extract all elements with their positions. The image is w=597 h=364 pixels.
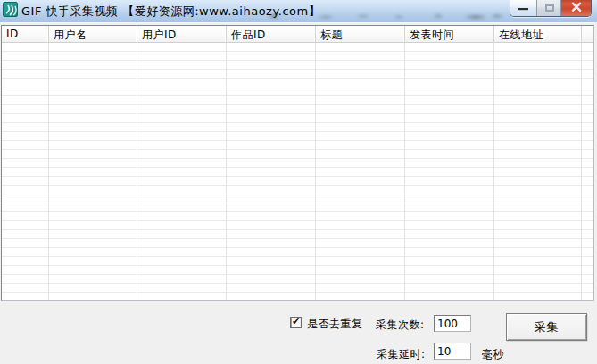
collect-button[interactable]: 采集	[506, 313, 587, 341]
column-header-7[interactable]: 在线地址	[494, 26, 582, 42]
checkbox-icon[interactable]: ✔	[290, 317, 302, 328]
collect-count-label: 采集次数:	[376, 318, 425, 333]
window-title: GIF 快手采集视频 【爱好资源网:www.aihaozy.com】	[21, 4, 320, 20]
grid-column-separator	[137, 43, 137, 300]
grid-column-separator	[48, 43, 49, 300]
maximize-button[interactable]	[536, 0, 561, 16]
column-header-1[interactable]: ID	[2, 26, 49, 42]
dedupe-checkbox[interactable]: ✔ 是否去重复	[290, 316, 363, 332]
close-button[interactable]	[561, 0, 591, 16]
column-header-4[interactable]: 作品ID	[227, 26, 316, 42]
maximize-icon	[545, 4, 554, 12]
grid-column-separator	[315, 43, 316, 300]
delay-unit-label: 毫秒	[482, 347, 504, 362]
collect-delay-input[interactable]	[434, 343, 471, 360]
column-header-6[interactable]: 发表时间	[405, 26, 494, 42]
grid-column-separator	[581, 43, 582, 300]
dedupe-label: 是否去重复	[307, 317, 363, 332]
column-header-3[interactable]: 用户ID	[137, 26, 227, 42]
checkmark-icon: ✔	[292, 316, 300, 327]
window-controls	[510, 0, 592, 17]
client-area: ID用户名用户ID作品ID标题发表时间在线地址 ✔ 是否去重复 采集次数: 采集…	[0, 23, 597, 364]
minimize-icon	[518, 8, 528, 11]
close-icon	[570, 0, 583, 12]
collect-delay-label: 采集延时:	[377, 347, 426, 362]
results-table: ID用户名用户ID作品ID标题发表时间在线地址	[1, 25, 594, 301]
grid-column-separator	[404, 43, 405, 300]
grid-header: ID用户名用户ID作品ID标题发表时间在线地址	[2, 26, 593, 43]
app-logo-icon	[3, 2, 18, 17]
minimize-button[interactable]	[510, 0, 536, 16]
app-window: GIF 快手采集视频 【爱好资源网:www.aihaozy.com】	[0, 0, 597, 364]
grid-body[interactable]	[2, 43, 593, 300]
column-header-5[interactable]: 标题	[316, 26, 405, 42]
grid-column-separator	[226, 43, 227, 300]
collect-count-input[interactable]	[434, 315, 471, 332]
grid-column-separator	[493, 43, 494, 300]
column-header-filler	[582, 26, 593, 42]
column-header-2[interactable]: 用户名	[49, 26, 137, 42]
titlebar[interactable]: GIF 快手采集视频 【爱好资源网:www.aihaozy.com】	[0, 0, 597, 23]
